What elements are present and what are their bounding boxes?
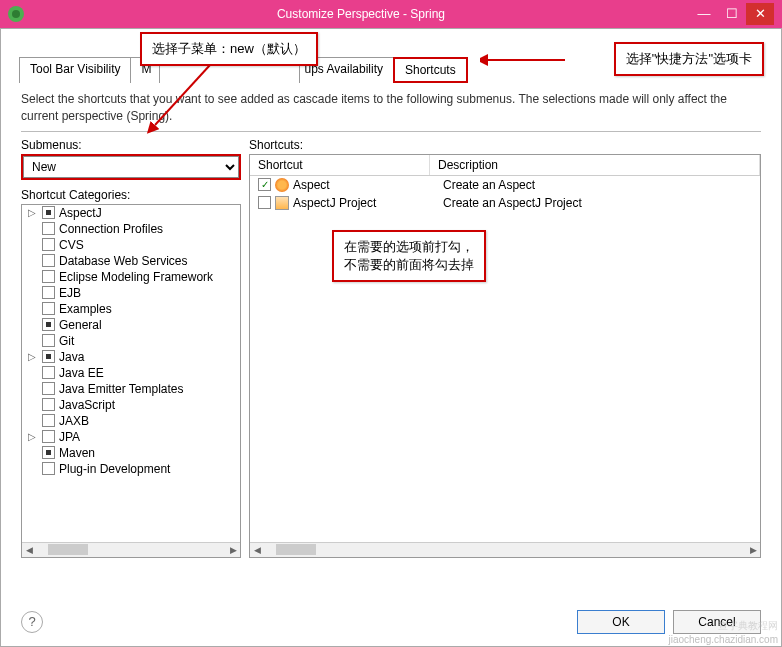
tree-label: Git xyxy=(59,334,74,348)
ok-button[interactable]: OK xyxy=(577,610,665,634)
tree-checkbox[interactable] xyxy=(42,366,55,379)
header-shortcut[interactable]: Shortcut xyxy=(250,155,430,175)
scroll-thumb[interactable] xyxy=(48,544,88,555)
divider xyxy=(21,131,761,132)
aspect-icon xyxy=(275,178,289,192)
tree-label: Maven xyxy=(59,446,95,460)
categories-tree[interactable]: ▷AspectJConnection ProfilesCVSDatabase W… xyxy=(21,204,241,558)
tree-arrow-icon[interactable]: ▷ xyxy=(26,351,38,362)
row-checkbox[interactable] xyxy=(258,178,271,191)
tree-checkbox[interactable] xyxy=(42,446,55,459)
tree-label: Plug-in Development xyxy=(59,462,170,476)
watermark-brand: 查字典教程网 xyxy=(718,619,778,633)
watermark-url: jiaocheng.chazidian.com xyxy=(668,634,778,645)
row-checkbox[interactable] xyxy=(258,196,271,209)
tree-item[interactable]: JAXB xyxy=(22,413,240,429)
tree-checkbox[interactable] xyxy=(42,254,55,267)
tree-item[interactable]: ▷JPA xyxy=(22,429,240,445)
tree-checkbox[interactable] xyxy=(42,334,55,347)
scroll-thumb[interactable] xyxy=(276,544,316,555)
titlebar: Customize Perspective - Spring — ☐ ✕ xyxy=(0,0,782,28)
maximize-button[interactable]: ☐ xyxy=(718,3,746,25)
header-description[interactable]: Description xyxy=(430,155,760,175)
tree-item[interactable]: Java EE xyxy=(22,365,240,381)
arrow-to-submenu xyxy=(140,60,240,140)
left-column: Submenus: New Shortcut Categories: ▷Aspe… xyxy=(21,138,241,558)
shortcuts-list[interactable]: Shortcut Description AspectCreate an Asp… xyxy=(249,154,761,558)
row-name: Aspect xyxy=(293,178,443,192)
tree-checkbox[interactable] xyxy=(42,222,55,235)
tree-label: JavaScript xyxy=(59,398,115,412)
tree-checkbox[interactable] xyxy=(42,206,55,219)
shortcuts-label: Shortcuts: xyxy=(249,138,761,152)
callout-check: 在需要的选项前打勾， 不需要的前面将勾去掉 xyxy=(332,230,486,282)
submenus-select-wrap: New xyxy=(21,154,241,180)
tree-arrow-icon[interactable]: ▷ xyxy=(26,207,38,218)
tree-checkbox[interactable] xyxy=(42,398,55,411)
tree-item[interactable]: Eclipse Modeling Framework xyxy=(22,269,240,285)
tab-toolbar-visibility[interactable]: Tool Bar Visibility xyxy=(19,57,131,83)
tree-item[interactable]: Database Web Services xyxy=(22,253,240,269)
tree-item[interactable]: CVS xyxy=(22,237,240,253)
scroll-left-icon[interactable]: ◀ xyxy=(250,545,264,555)
scroll-left-icon[interactable]: ◀ xyxy=(22,545,36,555)
tree-checkbox[interactable] xyxy=(42,414,55,427)
tree-checkbox[interactable] xyxy=(42,286,55,299)
tree-arrow-icon[interactable]: ▷ xyxy=(26,431,38,442)
tree-item[interactable]: Maven xyxy=(22,445,240,461)
callout-shortcuts-tab: 选择"快捷方法"选项卡 xyxy=(614,42,764,76)
tree-item[interactable]: General xyxy=(22,317,240,333)
tree-scrollbar[interactable]: ◀▶ xyxy=(22,542,240,557)
list-row[interactable]: AspectCreate an Aspect xyxy=(250,176,760,194)
tree-item[interactable]: Java Emitter Templates xyxy=(22,381,240,397)
tab-shortcuts[interactable]: Shortcuts xyxy=(393,57,468,83)
tree-item[interactable]: ▷Java xyxy=(22,349,240,365)
tree-checkbox[interactable] xyxy=(42,302,55,315)
row-description: Create an AspectJ Project xyxy=(443,196,756,210)
scroll-right-icon[interactable]: ▶ xyxy=(226,545,240,555)
tree-label: Database Web Services xyxy=(59,254,188,268)
row-name: AspectJ Project xyxy=(293,196,443,210)
scroll-right-icon[interactable]: ▶ xyxy=(746,545,760,555)
tree-item[interactable]: Examples xyxy=(22,301,240,317)
aspectj-icon xyxy=(275,196,289,210)
tree-item[interactable]: Plug-in Development xyxy=(22,461,240,477)
help-icon[interactable]: ? xyxy=(21,611,43,633)
callout-check-line1: 在需要的选项前打勾， xyxy=(344,238,474,256)
description-text: Select the shortcuts that you want to se… xyxy=(21,91,761,125)
row-description: Create an Aspect xyxy=(443,178,756,192)
spring-icon xyxy=(8,6,24,22)
tree-checkbox[interactable] xyxy=(42,350,55,363)
minimize-button[interactable]: — xyxy=(690,3,718,25)
tree-checkbox[interactable] xyxy=(42,430,55,443)
window-body: Tool Bar Visibility M ups Availability S… xyxy=(0,28,782,647)
tree-checkbox[interactable] xyxy=(42,462,55,475)
horizontal-scrollbar[interactable]: ◀ ▶ xyxy=(250,542,760,557)
tree-label: Java EE xyxy=(59,366,104,380)
tree-checkbox[interactable] xyxy=(42,270,55,283)
callout-submenu: 选择子菜单：new（默认） xyxy=(140,32,318,66)
tree-label: General xyxy=(59,318,102,332)
categories-label: Shortcut Categories: xyxy=(21,188,241,202)
tree-checkbox[interactable] xyxy=(42,318,55,331)
tree-item[interactable]: JavaScript xyxy=(22,397,240,413)
tree-label: Eclipse Modeling Framework xyxy=(59,270,213,284)
window-title: Customize Perspective - Spring xyxy=(32,7,690,21)
close-button[interactable]: ✕ xyxy=(746,3,774,25)
list-row[interactable]: AspectJ ProjectCreate an AspectJ Project xyxy=(250,194,760,212)
svg-line-3 xyxy=(155,65,210,125)
submenus-select[interactable]: New xyxy=(23,156,239,178)
tree-item[interactable]: Connection Profiles xyxy=(22,221,240,237)
tree-checkbox[interactable] xyxy=(42,238,55,251)
tree-item[interactable]: EJB xyxy=(22,285,240,301)
tree-item[interactable]: Git xyxy=(22,333,240,349)
tree-label: Examples xyxy=(59,302,112,316)
tree-checkbox[interactable] xyxy=(42,382,55,395)
tree-label: CVS xyxy=(59,238,84,252)
tree-item[interactable]: ▷AspectJ xyxy=(22,205,240,221)
tree-label: Java Emitter Templates xyxy=(59,382,184,396)
arrow-to-tab xyxy=(480,50,570,70)
tree-label: AspectJ xyxy=(59,206,102,220)
right-column: Shortcuts: Shortcut Description AspectCr… xyxy=(249,138,761,558)
tree-label: JAXB xyxy=(59,414,89,428)
